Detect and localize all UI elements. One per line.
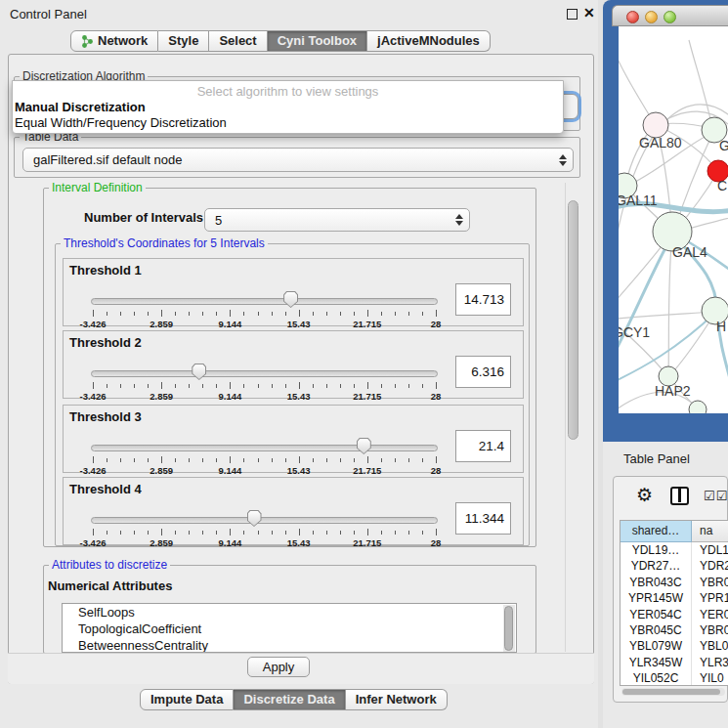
cell-name[interactable]: YBL0 <box>692 638 728 654</box>
threshold-value-field[interactable]: 11.344 <box>455 502 511 535</box>
tick <box>243 312 244 316</box>
threshold-slider-track[interactable] <box>91 445 438 451</box>
tick <box>313 458 314 462</box>
threshold-slider-handle[interactable] <box>357 438 371 454</box>
threshold-value-field[interactable]: 14.713 <box>455 283 511 316</box>
cell-shared-name[interactable]: YBR043C <box>621 575 692 590</box>
cell-shared-name[interactable]: YBL079W <box>621 638 692 654</box>
cell-shared-name[interactable]: YLR345W <box>621 655 692 670</box>
tick-label: 21.715 <box>353 319 381 329</box>
cell-name[interactable]: YDR2 <box>692 558 728 574</box>
select-columns-checkbox-icons[interactable]: ☑☑ <box>704 489 728 503</box>
network-canvas[interactable]: GAL80GACGAL11GAL4GCY1HHAP2 <box>619 26 728 413</box>
tick <box>299 529 300 535</box>
tick-label: 21.715 <box>353 465 381 476</box>
cell-shared-name[interactable]: YIL052C <box>621 670 692 686</box>
attribute-item-selfloops[interactable]: SelfLoops <box>63 604 516 621</box>
cell-name[interactable]: YBR0 <box>692 575 728 590</box>
column-header-shared-name[interactable]: shared… <box>621 521 692 542</box>
network-node[interactable] <box>689 401 707 413</box>
tick-label: -3.426 <box>80 465 107 476</box>
control-panel-tabs: NetworkStyleSelectCyni ToolboxjActiveMNo… <box>70 30 491 52</box>
threshold-slider-handle[interactable] <box>192 364 206 380</box>
num-intervals-combobox[interactable]: 5 <box>204 208 470 232</box>
tab-label: Network <box>98 31 148 51</box>
tab-network[interactable]: Network <box>70 30 158 52</box>
tab-cyni-toolbox[interactable]: Cyni Toolbox <box>268 30 367 52</box>
network-window[interactable]: GAL80GACGAL11GAL4GCY1HHAP2 <box>603 0 728 442</box>
attributes-list-scrollbar[interactable] <box>503 605 515 652</box>
tab-style[interactable]: Style <box>158 30 209 52</box>
cell-name[interactable]: YLR3 <box>692 655 728 670</box>
dropdown-item-equal-width-frequency-discretization[interactable]: Equal Width/Frequency Discretization <box>13 115 563 131</box>
tick <box>189 384 190 388</box>
table-row[interactable]: YLR345WYLR3 <box>621 655 728 670</box>
cell-name[interactable]: YER0 <box>692 607 728 622</box>
table-row[interactable]: YDR27…YDR2 <box>621 558 728 574</box>
cell-shared-name[interactable]: YER054C <box>621 607 692 622</box>
tick <box>367 382 368 389</box>
settings-vertical-scrollbar[interactable] <box>565 183 580 652</box>
table-horizontal-scrollbar[interactable] <box>621 688 725 696</box>
attribute-item-topologicalcoefficient[interactable]: TopologicalCoefficient <box>63 621 516 637</box>
table-row[interactable]: YBL079WYBL0 <box>621 638 728 654</box>
tab-select[interactable]: Select <box>209 30 267 52</box>
tab-jactivemnodules[interactable]: jActiveMNodules <box>367 30 491 52</box>
cell-name[interactable]: YIL0 <box>692 670 728 686</box>
tick-label: 9.144 <box>219 319 242 329</box>
tick <box>422 531 423 535</box>
tick <box>340 531 341 535</box>
table-row[interactable]: YBR045CYBR0 <box>621 622 728 638</box>
tab-label: Impute Data <box>150 690 223 709</box>
threshold-slider-track[interactable] <box>91 517 438 524</box>
threshold-value-field[interactable]: 21.4 <box>455 430 511 462</box>
network-window-titlebar[interactable] <box>612 5 728 26</box>
tab-impute-data[interactable]: Impute Data <box>140 689 234 710</box>
tab-label: Select <box>219 31 256 51</box>
table-row[interactable]: YER054CYER0 <box>621 607 728 622</box>
minimize-window-icon[interactable] <box>645 11 658 23</box>
cell-shared-name[interactable]: YPR145W <box>621 590 692 606</box>
cell-name[interactable]: YBR0 <box>692 622 728 638</box>
tick <box>408 312 409 316</box>
table-row[interactable]: YIL052CYIL0 <box>621 670 728 686</box>
threshold-value-field[interactable]: 6.316 <box>455 356 511 388</box>
threshold-slider-track[interactable] <box>91 370 438 377</box>
columns-icon[interactable] <box>670 487 689 505</box>
float-window-icon[interactable] <box>567 9 578 20</box>
cell-shared-name[interactable]: YDL19… <box>621 542 692 558</box>
threshold-slider-handle[interactable] <box>283 291 298 308</box>
threshold-slider-track[interactable] <box>91 298 438 305</box>
table-data-combobox[interactable]: galFiltered.sif default node <box>22 148 574 172</box>
tick-label: 21.715 <box>353 537 381 548</box>
close-panel-icon[interactable]: ✕ <box>583 5 595 21</box>
cell-shared-name[interactable]: YBR045C <box>621 622 692 638</box>
scrollbar-thumb[interactable] <box>568 200 578 440</box>
tick <box>216 384 217 388</box>
scrollbar-thumb[interactable] <box>504 606 513 651</box>
tab-infer-network[interactable]: Infer Network <box>346 689 448 710</box>
gear-icon[interactable]: ⚙ <box>636 484 653 506</box>
column-header-name[interactable]: na <box>692 521 728 542</box>
cell-shared-name[interactable]: YDR27… <box>621 558 692 574</box>
scrollbar-thumb[interactable] <box>622 689 720 695</box>
dropdown-item-manual-discretization[interactable]: Manual Discretization <box>13 100 563 115</box>
tick <box>354 312 355 316</box>
close-window-icon[interactable] <box>626 11 639 23</box>
tab-discretize-data[interactable]: Discretize Data <box>234 689 345 710</box>
threshold-slider-handle[interactable] <box>247 510 262 527</box>
table-row[interactable]: YDL19…YDL1 <box>621 542 728 558</box>
cell-name[interactable]: YDL1 <box>692 542 728 558</box>
attribute-item-betweennesscentrality[interactable]: BetweennessCentrality <box>63 637 516 653</box>
apply-button[interactable]: Apply <box>247 657 310 677</box>
table-row[interactable]: YPR145WYPR1 <box>621 590 728 606</box>
zoom-window-icon[interactable] <box>664 11 676 23</box>
table-row[interactable]: YBR043CYBR0 <box>621 575 728 590</box>
numerical-attributes-list[interactable]: SelfLoopsTopologicalCoefficientBetweenne… <box>62 603 517 653</box>
algorithm-dropdown-placeholder[interactable]: Select algorithm to view settings <box>13 83 563 100</box>
cell-name[interactable]: YPR1 <box>692 590 728 606</box>
algorithm-dropdown-popup: Select algorithm to view settings Manual… <box>12 80 564 134</box>
tick <box>436 456 437 463</box>
node-table[interactable]: shared… na YDL19…YDL1YDR27…YDR2YBR043CYB… <box>620 520 728 686</box>
numerical-attributes-label: Numerical Attributes <box>48 578 172 593</box>
